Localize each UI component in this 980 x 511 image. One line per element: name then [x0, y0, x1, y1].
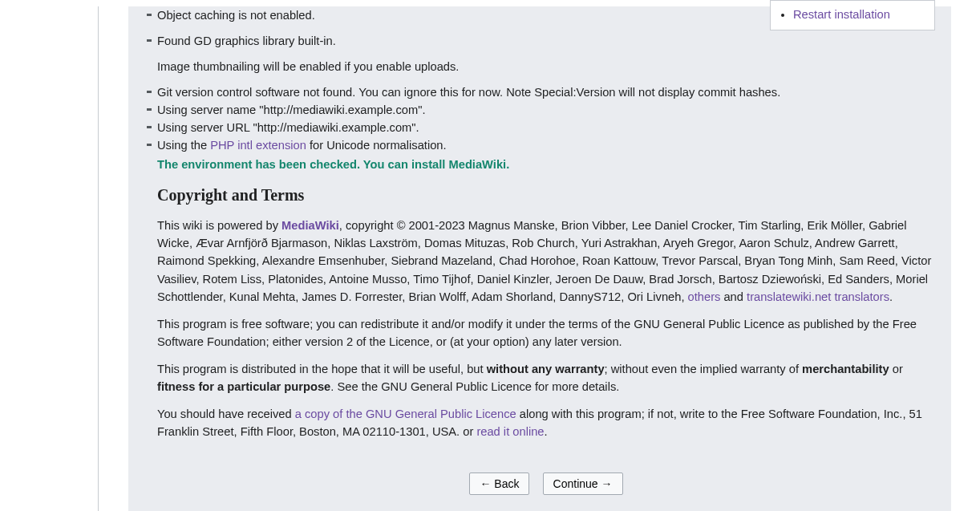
- read-online-link[interactable]: read it online: [476, 425, 544, 438]
- period-text: .: [889, 290, 893, 303]
- authors-paragraph: This wiki is powered by MediaWiki, copyr…: [157, 217, 935, 305]
- others-link[interactable]: others: [688, 290, 721, 303]
- warranty-paragraph: This program is distributed in the hope …: [157, 360, 935, 395]
- gpl-copy-link[interactable]: a copy of the GNU General Public Licence: [295, 408, 516, 420]
- copyright-section: This wiki is powered by MediaWiki, copyr…: [157, 217, 935, 440]
- check-server-name: Using server name "http://mediawiki.exam…: [157, 101, 935, 119]
- back-button[interactable]: ← Back: [469, 472, 529, 495]
- translators-link[interactable]: translatewiki.net translators: [747, 290, 889, 303]
- check-gd: Found GD graphics library built-in.: [157, 34, 336, 47]
- php-intl-link[interactable]: PHP intl extension: [210, 139, 306, 152]
- and-text: and: [720, 290, 747, 303]
- check-gd-item: Found GD graphics library built-in. Imag…: [157, 32, 935, 75]
- button-row: ← Back Continue →: [157, 472, 935, 495]
- warranty-b2: merchantability: [802, 363, 889, 375]
- check-intl-pre: Using the: [157, 139, 210, 152]
- powered-pre: This wiki is powered by: [157, 219, 281, 232]
- check-gd-sub: Image thumbnailing will be enabled if yo…: [157, 58, 935, 75]
- warranty-b1: without any warranty: [487, 363, 605, 375]
- gpl-paragraph: This program is free software; you can r…: [157, 315, 935, 351]
- check-intl: Using the PHP intl extension for Unicode…: [157, 136, 935, 154]
- content-area: Object caching is not enabled. Found GD …: [157, 6, 935, 495]
- check-server-url: Using server URL "http://mediawiki.examp…: [157, 119, 935, 136]
- receive-end: .: [545, 425, 548, 438]
- page-container: Restart installation Object caching is n…: [98, 6, 980, 511]
- warranty-or: or: [889, 363, 903, 375]
- warranty-b3: fitness for a particular purpose: [157, 380, 330, 393]
- warranty-mid: ; without even the implied warranty of: [605, 363, 803, 375]
- install-panel: Restart installation Object caching is n…: [128, 6, 951, 511]
- success-message: The environment has been checked. You ca…: [157, 156, 935, 173]
- check-git: Git version control software not found. …: [157, 83, 935, 101]
- check-caching: Object caching is not enabled.: [157, 6, 935, 24]
- receive-pre: You should have received: [157, 408, 295, 420]
- warranty-pre: This program is distributed in the hope …: [157, 363, 487, 375]
- check-intl-post: for Unicode normalisation.: [306, 139, 447, 152]
- mediawiki-link[interactable]: MediaWiki: [281, 219, 339, 232]
- continue-button[interactable]: Continue →: [543, 472, 623, 495]
- copyright-heading: Copyright and Terms: [157, 183, 935, 207]
- receive-paragraph: You should have received a copy of the G…: [157, 405, 935, 440]
- warranty-post: . See the GNU General Public Licence for…: [330, 380, 619, 393]
